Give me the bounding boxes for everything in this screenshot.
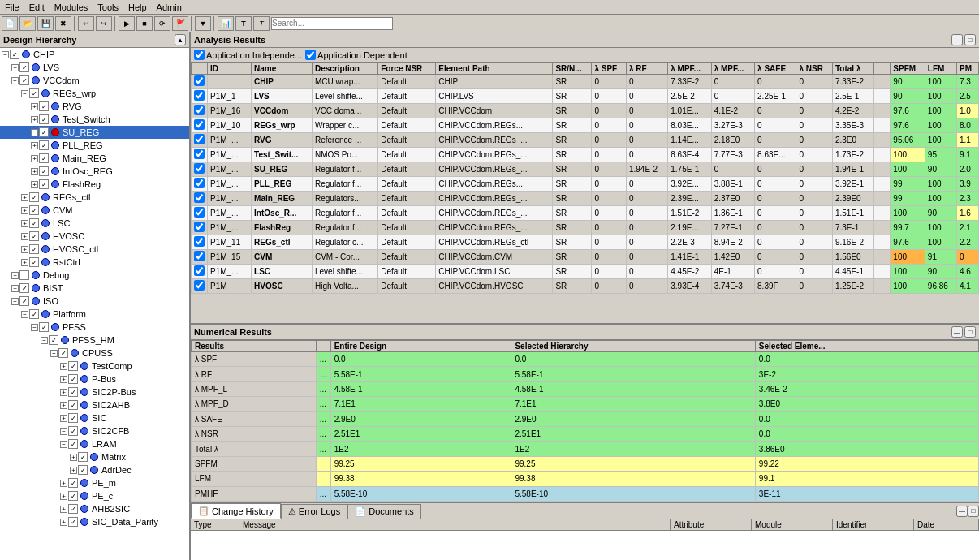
expand-bist[interactable]: + (11, 285, 19, 292)
checkbox-debug[interactable] (19, 270, 29, 280)
tree-item-rvg[interactable]: +RVG (0, 100, 189, 113)
tree-item-sic_data_parity[interactable]: +SIC_Data_Parity (0, 515, 189, 528)
expand-rstctl[interactable]: + (21, 259, 28, 266)
checkbox-sic2cfb[interactable] (68, 426, 78, 436)
cell-r10-c0[interactable] (192, 221, 208, 235)
tree-item-testcomp[interactable]: +TestComp (0, 360, 189, 373)
menu-help[interactable]: Help (123, 2, 152, 12)
analysis-row-10[interactable]: P1M_...FlashRegRegulator f...DefaultCHIP… (192, 221, 979, 235)
tree-item-matrix[interactable]: +Matrix (0, 450, 189, 463)
checkbox-lvs[interactable] (19, 62, 29, 72)
checkbox-platform[interactable] (29, 309, 39, 319)
tree-item-lvs[interactable]: +LVS (0, 61, 189, 74)
checkbox-lsc[interactable] (29, 218, 39, 228)
num-col-ed[interactable]: Entire Design (330, 341, 511, 352)
expand-sic[interactable]: + (60, 415, 67, 422)
checkbox-hvosc[interactable] (29, 231, 39, 241)
checkbox-iso[interactable] (19, 296, 29, 306)
filter-btn[interactable]: ▼ (195, 16, 211, 31)
checkbox-pll_reg[interactable] (39, 140, 49, 150)
checkbox-rvg[interactable] (39, 101, 49, 111)
tree-item-vccdom[interactable]: −VCCdom (0, 74, 189, 87)
col-id[interactable]: ID (208, 63, 252, 75)
tree-item-sic2cfb[interactable]: −SIC2CFB (0, 424, 189, 437)
checkbox-intosc_reg[interactable] (39, 166, 49, 176)
expand-flashreg[interactable]: + (31, 181, 38, 188)
col-mpf2[interactable]: λ MPF... (711, 63, 754, 75)
checkbox-test_switch[interactable] (39, 114, 49, 124)
cell-r13-c0[interactable] (192, 265, 208, 279)
checkbox-pfss[interactable] (39, 322, 49, 332)
cell-r6-c0[interactable] (192, 162, 208, 177)
tree-item-hvosc_ctl[interactable]: +HVOSC_ctl (0, 243, 189, 256)
expand-adrdec[interactable]: + (70, 467, 77, 474)
tree-item-rstctl[interactable]: +RstCtrl (0, 256, 189, 269)
checkbox-lram[interactable] (68, 439, 78, 449)
tree-item-regs_ctl[interactable]: +REGs_ctl (0, 191, 189, 204)
app-indep-checkbox-label[interactable]: Application Independe... (194, 50, 302, 60)
tree-item-pe_c[interactable]: +PE_c (0, 489, 189, 502)
open-btn[interactable]: 📂 (19, 16, 36, 31)
tree-item-pfss[interactable]: −PFSS (0, 321, 189, 334)
expand-regs_ctl[interactable]: + (21, 194, 28, 201)
cell-r0-c0[interactable] (192, 75, 208, 89)
numerical-content[interactable]: Results Entire Design Selected Hierarchy… (191, 340, 979, 502)
checkbox-su_reg[interactable] (39, 127, 49, 137)
expand-pfss[interactable]: − (31, 324, 38, 331)
col-spfm[interactable]: SPFM (891, 63, 925, 75)
num-col-se[interactable]: Selected Eleme... (755, 341, 978, 352)
stop-btn[interactable]: ■ (136, 16, 153, 31)
expand-vccdom[interactable]: − (11, 77, 19, 84)
checkbox-flashreg[interactable] (39, 179, 49, 189)
checkbox-ahb2sic[interactable] (68, 504, 78, 514)
expand-ahb2sic[interactable]: + (60, 506, 67, 513)
checkbox-cpuss[interactable] (58, 348, 68, 358)
checkbox-adrdec[interactable] (78, 465, 88, 475)
nr-max-btn[interactable]: □ (964, 326, 976, 338)
menu-edit[interactable]: Edit (24, 2, 50, 12)
checkbox-regs_ctl[interactable] (29, 192, 39, 202)
expand-hvosc[interactable]: + (21, 233, 28, 240)
expand-intosc_reg[interactable]: + (31, 168, 38, 175)
checkbox-hvosc_ctl[interactable] (29, 244, 39, 254)
analysis-row-13[interactable]: P1M_...LSCLevel shifte...DefaultCHIP.VCC… (192, 265, 979, 279)
app-dep-checkbox-label[interactable]: Application Dependent (305, 50, 408, 60)
dh-scroll-up[interactable]: ▲ (175, 34, 186, 45)
checkbox-testcomp[interactable] (68, 361, 78, 371)
col-safe[interactable]: λ SAFE (755, 63, 796, 75)
expand-sic_data_parity[interactable]: + (60, 519, 67, 526)
tree-item-chip[interactable]: −CHIP (0, 48, 189, 61)
expand-cvm[interactable]: + (21, 207, 28, 214)
tree-item-platform[interactable]: −Platform (0, 308, 189, 321)
menu-modules[interactable]: Modules (50, 2, 93, 12)
col-pm[interactable]: PM (956, 63, 978, 75)
checkbox-sic[interactable] (68, 413, 78, 423)
tree-item-sic2ahb[interactable]: +SIC2AHB (0, 398, 189, 411)
tree-item-bist[interactable]: +BIST (0, 282, 189, 295)
expand-sic2cfb[interactable]: − (60, 428, 67, 435)
num-col-results[interactable]: Results (192, 341, 317, 352)
checkbox-sic_data_parity[interactable] (68, 517, 78, 527)
tree-item-hvosc[interactable]: +HVOSC (0, 230, 189, 243)
menu-admin[interactable]: Admin (152, 2, 187, 12)
cell-r8-c0[interactable] (192, 192, 208, 206)
bt-min-btn[interactable]: — (956, 506, 968, 517)
run-btn[interactable]: ▶ (119, 16, 135, 31)
expand-main_reg[interactable]: + (31, 155, 38, 162)
tree-item-pfss_hm[interactable]: −PFSS_HM (0, 334, 189, 347)
flag-btn[interactable]: 🚩 (172, 16, 188, 31)
analysis-row-12[interactable]: P1M_15CVMCVM - Cor...DefaultCHIP.VCCdom.… (192, 250, 979, 265)
tree-item-lram[interactable]: −LRAM (0, 437, 189, 450)
checkbox-sic2p_bus[interactable] (68, 387, 78, 397)
tree-item-test_switch[interactable]: +Test_Switch (0, 113, 189, 126)
expand-lsc[interactable]: + (21, 220, 28, 227)
tree-item-adrdec[interactable]: +AdrDec (0, 463, 189, 476)
analysis-row-3[interactable]: P1M_10REGs_wrpWrapper c...DefaultCHIP.VC… (192, 118, 979, 133)
refresh-btn[interactable]: ⟳ (154, 16, 170, 31)
num-col-sh[interactable]: Selected Hierarchy (511, 341, 755, 352)
cell-r9-c0[interactable] (192, 206, 208, 221)
tree-item-intosc_reg[interactable]: +IntOsc_REG (0, 165, 189, 178)
cell-r4-c0[interactable] (192, 133, 208, 148)
tree-item-iso[interactable]: −ISO (0, 295, 189, 308)
tree-item-lsc[interactable]: +LSC (0, 217, 189, 230)
